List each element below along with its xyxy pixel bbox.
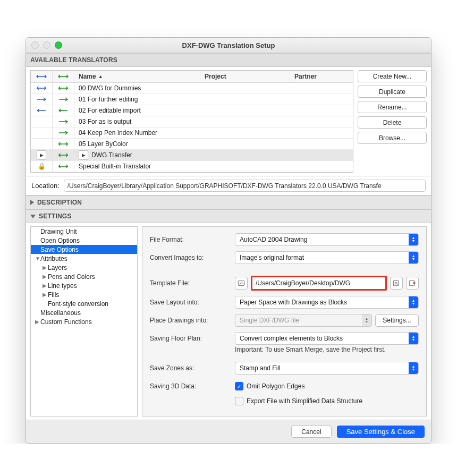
section-settings[interactable]: SETTINGS xyxy=(26,209,431,223)
saving-floor-plan-select[interactable]: Convert complex elements to Blocks▲▼ xyxy=(235,332,419,345)
save-close-button[interactable]: Save Settings & Close xyxy=(337,426,425,438)
chevron-right-icon: ▶ xyxy=(43,265,48,270)
place-drawings-select: Single DXF/DWG file▲▼ xyxy=(235,314,372,327)
row-name: 04 Keep Pen Index Number xyxy=(74,129,353,137)
table-row[interactable]: 00 DWG for Dummies xyxy=(31,83,353,94)
svg-point-2 xyxy=(395,282,397,284)
row-icon-in: ▶ xyxy=(31,150,53,160)
location-field[interactable] xyxy=(64,180,426,192)
chevron-right-icon[interactable]: ▶ xyxy=(79,150,88,160)
window-title: DXF-DWG Translation Setup xyxy=(26,41,431,49)
col-partner[interactable]: Partner xyxy=(290,71,353,82)
browse-button[interactable]: Browse... xyxy=(358,132,427,144)
dialog-footer: Cancel Save Settings & Close xyxy=(26,420,431,443)
tree-item[interactable]: ▶Pens and Colors xyxy=(31,272,137,281)
row-icon-out xyxy=(53,150,74,160)
template-path-button[interactable] xyxy=(235,277,248,290)
tree-item[interactable]: Font-style conversion xyxy=(31,299,137,308)
chevron-down-icon: ▼ xyxy=(35,256,40,261)
section-description[interactable]: DESCRIPTION xyxy=(26,196,431,209)
row-icon-in xyxy=(31,128,53,138)
file-format-label: File Format: xyxy=(150,236,235,243)
col-icon-2[interactable] xyxy=(53,71,74,82)
duplicate-button[interactable]: Duplicate xyxy=(358,86,427,98)
translators-pane: Name▲ Project Partner 00 DWG for Dummies… xyxy=(26,67,431,176)
tree-item[interactable]: Save Options xyxy=(31,245,137,254)
translator-actions: Create New... Duplicate Rename... Delete… xyxy=(358,70,427,173)
table-row[interactable]: 04 Keep Pen Index Number xyxy=(31,128,353,139)
convert-images-select[interactable]: Image's original format▲▼ xyxy=(235,251,419,264)
settings-form: File Format: AutoCAD 2004 Drawing▲▼ Conv… xyxy=(142,226,427,416)
table-row[interactable]: 01 For further editing xyxy=(31,94,353,105)
floor-plan-note: Important: To use Smart Merge, save the … xyxy=(235,346,386,354)
translators-table: Name▲ Project Partner 00 DWG for Dummies… xyxy=(30,70,353,173)
chevron-right-icon: ▶ xyxy=(43,274,48,279)
tree-item[interactable]: ▶Fills xyxy=(31,290,137,299)
omit-polygon-checkbox[interactable]: ✓Omit Polygon Edges xyxy=(235,381,304,392)
col-icon-1[interactable] xyxy=(31,71,53,82)
chevron-right-icon[interactable]: ▶ xyxy=(37,150,46,160)
search-icon xyxy=(393,279,400,287)
table-row[interactable]: ▶▶ DWG Transfer xyxy=(31,150,353,161)
tree-item[interactable]: Miscellaneous xyxy=(31,308,137,317)
tree-item[interactable]: ▶Line types xyxy=(31,281,137,290)
section-label: AVAILABLE TRANSLATORS xyxy=(30,56,117,64)
row-name: 01 For further editing xyxy=(74,96,353,103)
delete-button[interactable]: Delete xyxy=(358,116,427,129)
file-format-select[interactable]: AutoCAD 2004 Drawing▲▼ xyxy=(235,233,419,246)
row-icon-in xyxy=(31,105,53,116)
row-icon-out xyxy=(53,128,74,138)
row-icon-out xyxy=(53,139,74,149)
settings-tree: Drawing UnitOpen OptionsSave Options▼Att… xyxy=(30,226,138,416)
table-row[interactable]: 05 Layer ByColor xyxy=(31,139,353,150)
save-layout-label: Save Layout into: xyxy=(150,299,235,306)
template-clear-button[interactable] xyxy=(406,277,419,290)
row-icon-in xyxy=(31,139,53,149)
row-icon-out xyxy=(53,161,74,172)
table-row[interactable]: 🔒Special Built-in Translator xyxy=(31,161,353,172)
save-zones-select[interactable]: Stamp and Fill▲▼ xyxy=(235,362,419,375)
table-header: Name▲ Project Partner xyxy=(31,71,353,83)
tree-item[interactable]: ▼Attributes xyxy=(31,254,137,263)
section-label: SETTINGS xyxy=(39,212,72,220)
create-new-button[interactable]: Create New... xyxy=(358,70,427,82)
chevron-right-icon: ▶ xyxy=(43,292,48,298)
saving-floor-plan-label: Saving Floor Plan: xyxy=(150,335,235,342)
col-project[interactable]: Project xyxy=(200,71,290,82)
dialog-window: DXF-DWG Translation Setup AVAILABLE TRAN… xyxy=(26,37,431,444)
chevron-right-icon xyxy=(30,200,34,205)
template-file-label: Template File: xyxy=(150,279,235,287)
row-icon-out xyxy=(53,94,74,105)
col-name[interactable]: Name▲ xyxy=(74,71,200,82)
bi-arrow-icon xyxy=(36,73,47,80)
place-drawings-label: Place Drawings into: xyxy=(150,317,235,324)
table-row[interactable]: 02 For editable import xyxy=(31,105,353,116)
template-file-field[interactable]: /Users/CraigBoyer/Desktop/DWG xyxy=(251,276,387,291)
chevron-down-icon xyxy=(30,215,36,218)
row-icon-out xyxy=(53,105,74,116)
save-layout-select[interactable]: Paper Space with Drawings as Blocks▲▼ xyxy=(235,296,419,309)
settings-body: Drawing UnitOpen OptionsSave Options▼Att… xyxy=(26,223,431,420)
section-label: DESCRIPTION xyxy=(37,199,82,206)
tree-item[interactable]: Drawing Unit xyxy=(31,227,137,236)
saving-3d-label: Saving 3D Data: xyxy=(150,382,235,390)
chevron-right-icon: ▶ xyxy=(35,319,40,325)
template-browse-button[interactable] xyxy=(390,277,403,290)
row-icon-in xyxy=(31,94,53,105)
tree-item[interactable]: ▶Custom Functions xyxy=(31,317,137,326)
export-simplified-checkbox[interactable]: Export File with Simplified Data Structu… xyxy=(235,396,362,406)
rename-button[interactable]: Rename... xyxy=(358,101,427,113)
table-row[interactable]: 03 For as is output xyxy=(31,116,353,128)
tree-item[interactable]: Open Options xyxy=(31,236,137,245)
row-name: 05 Layer ByColor xyxy=(74,140,353,148)
svg-rect-3 xyxy=(409,280,414,286)
place-drawings-settings-button[interactable]: Settings... xyxy=(375,314,419,327)
tree-item[interactable]: ▶Layers xyxy=(31,263,137,272)
location-row: Location: xyxy=(26,176,431,196)
row-icon-out xyxy=(53,83,74,94)
chevron-right-icon: ▶ xyxy=(43,283,48,288)
row-icon-in xyxy=(31,116,53,127)
convert-images-label: Convert Images to: xyxy=(150,254,235,261)
section-available-translators: AVAILABLE TRANSLATORS xyxy=(26,53,431,67)
cancel-button[interactable]: Cancel xyxy=(291,426,331,438)
